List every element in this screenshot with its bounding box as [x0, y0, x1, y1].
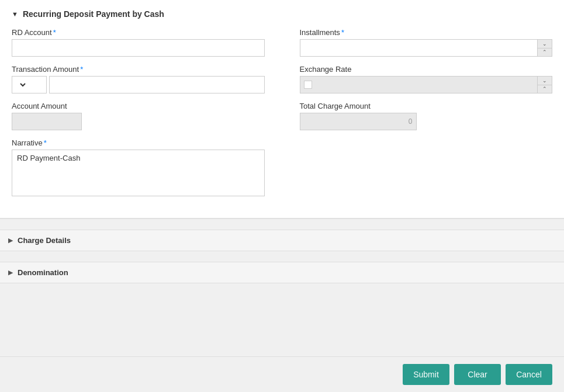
- exchange-rate-spinner: ⌄ ⌃: [300, 76, 553, 93]
- denomination-section[interactable]: ▶ Denomination: [0, 262, 564, 283]
- form-grid: RD Account* Transaction Amount*: [12, 28, 552, 206]
- rd-account-input[interactable]: [12, 39, 265, 57]
- charge-details-label: Charge Details: [18, 236, 71, 245]
- installments-up-button[interactable]: ⌃: [538, 48, 552, 57]
- spacer-2: [0, 251, 564, 257]
- narrative-required: *: [44, 138, 47, 147]
- charge-details-section[interactable]: ▶ Charge Details: [0, 230, 564, 251]
- narrative-label: Narrative*: [12, 138, 265, 147]
- right-column: Installments* ⌄ ⌃ Exchange Rate: [300, 28, 553, 206]
- installments-required: *: [341, 28, 344, 37]
- main-container: ▼ Recurring Deposit Payment by Cash RD A…: [0, 0, 564, 392]
- narrative-textarea[interactable]: RD Payment-Cash: [12, 150, 265, 196]
- exchange-rate-input[interactable]: [314, 77, 534, 93]
- installments-group: Installments* ⌄ ⌃: [300, 28, 553, 57]
- currency-select[interactable]: [16, 80, 27, 89]
- total-charge-amount-group: Total Charge Amount 0: [300, 102, 553, 130]
- collapse-arrow-icon[interactable]: ▼: [12, 11, 18, 18]
- installments-spinner: ⌄ ⌃: [300, 39, 553, 57]
- submit-button[interactable]: Submit: [403, 364, 449, 385]
- exchange-rate-label: Exchange Rate: [300, 65, 553, 74]
- total-charge-amount-label: Total Charge Amount: [300, 102, 553, 110]
- transaction-amount-label: Transaction Amount*: [12, 65, 265, 74]
- charge-details-arrow-icon: ▶: [8, 237, 13, 244]
- rd-account-label: RD Account*: [12, 28, 265, 37]
- exchange-rate-box: [304, 81, 312, 89]
- denomination-label: Denomination: [18, 268, 68, 277]
- form-title: Recurring Deposit Payment by Cash: [23, 9, 164, 19]
- main-form-panel: ▼ Recurring Deposit Payment by Cash RD A…: [0, 0, 564, 219]
- exchange-rate-down-button[interactable]: ⌄: [538, 77, 552, 85]
- installments-down-button[interactable]: ⌄: [538, 40, 552, 48]
- rd-account-group: RD Account*: [12, 28, 265, 57]
- installments-spinner-buttons: ⌄ ⌃: [537, 39, 552, 57]
- spacer-1: [0, 219, 564, 225]
- total-charge-amount-display: 0: [300, 113, 417, 130]
- amount-input[interactable]: [49, 76, 265, 93]
- footer: Submit Clear Cancel: [0, 356, 564, 392]
- narrative-group: Narrative* RD Payment-Cash: [12, 138, 265, 198]
- account-amount-group: Account Amount: [12, 102, 265, 130]
- transaction-amount-row: [12, 76, 265, 93]
- account-amount-display: [12, 113, 82, 130]
- denomination-arrow-icon: ▶: [8, 269, 13, 276]
- form-header: ▼ Recurring Deposit Payment by Cash: [12, 9, 552, 19]
- transaction-amount-group: Transaction Amount*: [12, 65, 265, 93]
- total-charge-amount-value: 0: [409, 117, 413, 126]
- exchange-rate-spinner-buttons: ⌄ ⌃: [537, 76, 552, 93]
- transaction-amount-required: *: [80, 65, 83, 74]
- left-column: RD Account* Transaction Amount*: [12, 28, 265, 206]
- account-amount-label: Account Amount: [12, 102, 265, 110]
- exchange-rate-up-button[interactable]: ⌃: [538, 85, 552, 93]
- rd-account-required: *: [53, 28, 56, 37]
- cancel-button[interactable]: Cancel: [506, 364, 552, 385]
- exchange-rate-group: Exchange Rate ⌄ ⌃: [300, 65, 553, 93]
- installments-input[interactable]: [300, 39, 538, 57]
- exchange-rate-wrapper: [300, 76, 538, 93]
- clear-button[interactable]: Clear: [454, 364, 501, 385]
- installments-label: Installments*: [300, 28, 553, 37]
- currency-select-wrapper[interactable]: [12, 76, 47, 93]
